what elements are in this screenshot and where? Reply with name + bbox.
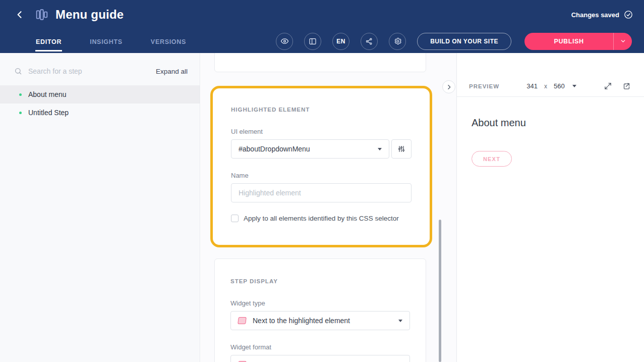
element-picker-settings-button[interactable] — [391, 139, 412, 159]
external-link-icon[interactable] — [622, 82, 631, 90]
eye-icon — [280, 37, 289, 45]
layout-icon — [309, 37, 317, 45]
highlighted-element-card: HIGHLIGHTED ELEMENT UI element #aboutDro… — [210, 86, 432, 247]
layout-button[interactable] — [304, 33, 321, 50]
app-header: Menu guide Changes saved EDITOR INSIGHTS… — [0, 0, 644, 53]
ui-element-label: UI element — [231, 128, 412, 135]
tab-versions[interactable]: VERSIONS — [150, 31, 187, 51]
widget-shape-icon — [238, 317, 247, 324]
step-search-row: Expand all — [14, 67, 188, 75]
widget-format-row — [230, 355, 410, 362]
preview-dimensions-dropdown[interactable]: 341 x 560 — [526, 82, 576, 90]
chevron-right-icon — [446, 84, 452, 90]
settings-button[interactable] — [389, 33, 406, 50]
step-item-label: Untitled Step — [28, 109, 69, 117]
dimensions-separator: x — [544, 83, 547, 90]
step-list: About menu Untitled Step — [0, 85, 200, 122]
preview-header-icons — [604, 82, 631, 90]
changes-saved-label: Changes saved — [571, 11, 619, 19]
gear-icon — [393, 37, 402, 45]
preview-width-value: 341 — [526, 82, 538, 90]
share-button[interactable] — [361, 33, 378, 50]
preview-body: About menu NEXT — [457, 117, 644, 167]
preview-title: PREVIEW — [469, 83, 499, 89]
chevron-down-icon — [378, 148, 382, 150]
tab-editor[interactable]: EDITOR — [35, 31, 62, 51]
header-top-row: Menu guide Changes saved — [0, 0, 644, 29]
preview-panel: PREVIEW 341 x 560 About menu NEXT — [456, 53, 644, 362]
app-logo-icon — [35, 8, 48, 21]
preview-next-button[interactable]: NEXT — [472, 151, 512, 167]
sliders-icon — [397, 145, 405, 153]
previous-card-partial — [214, 53, 426, 72]
name-label: Name — [231, 172, 412, 179]
widget-format-select[interactable] — [230, 355, 410, 362]
widget-type-row: Next to the highlighted element — [230, 311, 410, 330]
main-scrollbar[interactable] — [439, 220, 441, 362]
app-screen: Menu guide Changes saved EDITOR INSIGHTS… — [0, 0, 644, 362]
apply-all-checkbox[interactable] — [231, 215, 239, 222]
apply-all-label: Apply to all elements identified by this… — [244, 215, 399, 222]
section-title: HIGHLIGHTED ELEMENT — [231, 107, 412, 113]
chevron-left-icon — [15, 10, 25, 20]
expand-all-link[interactable]: Expand all — [156, 68, 188, 75]
page-title: Menu guide — [55, 8, 124, 22]
ui-element-select[interactable]: #aboutDropdownMenu — [231, 139, 389, 159]
expand-icon[interactable] — [604, 82, 612, 90]
build-on-your-site-button[interactable]: BUILD ON YOUR SITE — [417, 33, 511, 50]
tab-insights[interactable]: INSIGHTS — [89, 31, 123, 51]
publish-dropdown-button[interactable] — [613, 33, 632, 50]
step-item-untitled-step[interactable]: Untitled Step — [0, 104, 200, 122]
widget-type-label: Widget type — [230, 299, 410, 307]
header-icon-buttons: EN — [276, 33, 406, 50]
preview-eye-button[interactable] — [276, 33, 293, 50]
section-title: STEP DISPLAY — [230, 278, 410, 284]
widget-type-value: Next to the highlighted element — [253, 317, 398, 325]
publish-button[interactable]: PUBLISH — [524, 33, 613, 50]
header-actions: EN BUILD ON YOUR SITE PUBLISH — [276, 33, 632, 50]
apply-all-row: Apply to all elements identified by this… — [231, 215, 412, 222]
widget-format-label: Widget format — [230, 343, 410, 351]
chevron-down-icon — [620, 38, 626, 44]
share-icon — [365, 37, 373, 45]
header-bottom-row: EDITOR INSIGHTS VERSIONS EN — [0, 29, 644, 53]
preview-height-value: 560 — [554, 82, 565, 90]
preview-header: PREVIEW 341 x 560 — [457, 76, 644, 97]
back-button[interactable] — [13, 8, 26, 21]
highlighted-element-name-input[interactable] — [231, 183, 412, 202]
step-item-label: About menu — [28, 90, 67, 98]
step-status-dot — [19, 112, 22, 114]
chevron-down-icon — [572, 85, 576, 87]
changes-saved-status: Changes saved — [571, 10, 633, 19]
step-status-dot — [19, 93, 22, 96]
ui-element-row: #aboutDropdownMenu — [231, 139, 412, 159]
ui-element-value: #aboutDropdownMenu — [239, 145, 378, 153]
step-item-about-menu[interactable]: About menu — [0, 85, 200, 104]
step-display-card: STEP DISPLAY Widget type Next to the hig… — [214, 258, 426, 362]
search-icon — [14, 67, 22, 75]
widget-type-select[interactable]: Next to the highlighted element — [230, 311, 410, 330]
publish-split-button: PUBLISH — [524, 33, 632, 50]
header-tabs: EDITOR INSIGHTS VERSIONS — [35, 29, 214, 53]
check-circle-icon — [624, 10, 633, 19]
editor-main: HIGHLIGHTED ELEMENT UI element #aboutDro… — [201, 53, 456, 362]
chevron-down-icon — [398, 320, 402, 322]
preview-step-title: About menu — [472, 117, 644, 129]
collapse-preview-button[interactable] — [442, 80, 455, 93]
language-button[interactable]: EN — [332, 33, 349, 50]
steps-sidebar: Expand all About menu Untitled Step — [0, 53, 200, 362]
step-search-input[interactable] — [28, 67, 156, 75]
